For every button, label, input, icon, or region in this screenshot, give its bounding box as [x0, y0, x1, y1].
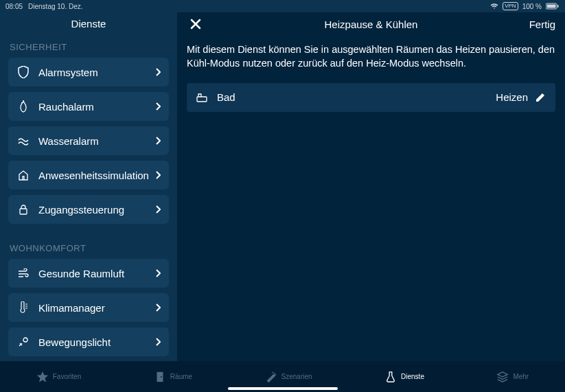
tab-szenarien[interactable]: Szenarien	[265, 371, 312, 383]
sidebar-item-label: Gesunde Raumluft	[38, 268, 155, 279]
sidebar-item-alarmsystem[interactable]: Alarmsystem	[8, 58, 169, 87]
sidebar-item-label: Bewegungslicht	[38, 336, 155, 348]
done-button[interactable]: Fertig	[529, 19, 555, 30]
svg-rect-5	[197, 97, 207, 102]
sidebar-item-bewegung[interactable]: Bewegungslicht	[8, 327, 169, 356]
room-row-bad[interactable]: Bad Heizen	[187, 83, 555, 112]
shield-icon	[16, 66, 30, 78]
wand-icon	[265, 371, 277, 383]
svg-rect-1	[547, 5, 556, 8]
chevron-right-icon	[155, 338, 161, 346]
tab-mehr[interactable]: Mehr	[496, 371, 529, 383]
vpn-badge: VPN	[503, 2, 518, 10]
room-name: Bad	[217, 91, 496, 103]
svg-point-7	[161, 376, 162, 378]
detail-title: Heizpause & Kühlen	[177, 19, 565, 30]
section-title-wohnkomfort: WOHNKOMFORT	[10, 243, 169, 253]
door-icon	[154, 371, 166, 383]
chevron-right-icon	[155, 269, 161, 277]
sidebar-item-anwesenheit[interactable]: Anwesenheitssimulation	[8, 161, 169, 189]
sidebar-item-rauchalarm[interactable]: Rauchalarm	[8, 92, 169, 121]
detail-header: Heizpause & Kühlen Fertig	[177, 12, 565, 36]
tab-label: Mehr	[513, 373, 529, 380]
sidebar-item-raumluft[interactable]: Gesunde Raumluft	[8, 259, 169, 288]
chevron-right-icon	[155, 68, 161, 76]
room-icon	[196, 93, 209, 102]
sidebar-item-klima[interactable]: Klimamanager	[8, 293, 169, 322]
water-icon	[16, 136, 30, 146]
sidebar-item-label: Wasseralarm	[38, 135, 155, 147]
tab-raeume[interactable]: Räume	[154, 371, 192, 383]
thermometer-icon	[16, 301, 30, 314]
sidebar-item-wasseralarm[interactable]: Wasseralarm	[8, 126, 169, 155]
status-date: Dienstag 10. Dez.	[28, 3, 83, 10]
chevron-right-icon	[155, 137, 161, 145]
status-bar: 08:05 Dienstag 10. Dez. VPN 100 %	[0, 0, 565, 12]
sidebar-item-label: Alarmsystem	[38, 67, 155, 78]
tab-label: Räume	[170, 373, 192, 380]
lock-icon	[16, 204, 30, 215]
flask-icon	[384, 371, 397, 383]
tab-dienste[interactable]: Dienste	[384, 371, 424, 383]
room-status: Heizen	[496, 91, 528, 103]
sidebar-item-zugang[interactable]: Zugangssteuerung	[8, 195, 169, 224]
tab-label: Favoriten	[53, 373, 82, 380]
detail-description: Mit diesem Dienst können Sie in ausgewäh…	[187, 43, 555, 71]
layers-icon	[496, 371, 509, 383]
chevron-right-icon	[155, 171, 161, 179]
wifi-icon	[490, 3, 498, 10]
svg-rect-3	[20, 209, 27, 214]
battery-icon	[546, 3, 560, 10]
motion-icon	[16, 336, 30, 347]
sidebar-item-label: Anwesenheitssimulation	[38, 170, 155, 181]
svg-rect-2	[557, 5, 559, 8]
star-icon	[36, 371, 49, 383]
chevron-right-icon	[155, 303, 161, 312]
detail-pane: Heizpause & Kühlen Fertig Mit diesem Die…	[177, 12, 565, 361]
tab-label: Szenarien	[281, 373, 312, 380]
svg-point-4	[23, 338, 27, 342]
tab-bar: Favoriten Räume Szenarien Dienste Mehr	[0, 361, 565, 392]
tab-favoriten[interactable]: Favoriten	[36, 371, 82, 383]
flame-icon	[16, 100, 30, 113]
edit-icon[interactable]	[535, 92, 546, 103]
sidebar-item-label: Rauchalarm	[38, 101, 155, 113]
svg-rect-6	[157, 371, 163, 381]
tab-label: Dienste	[401, 373, 424, 380]
battery-percent: 100 %	[522, 3, 542, 10]
air-icon	[16, 268, 30, 278]
sidebar-title: Dienste	[0, 12, 177, 35]
sidebar-item-label: Klimamanager	[38, 302, 155, 314]
close-button[interactable]	[187, 15, 205, 33]
section-title-sicherheit: SICHERHEIT	[10, 42, 169, 52]
chevron-right-icon	[155, 102, 161, 111]
sidebar: Dienste SICHERHEIT Alarmsystem Rauchalar…	[0, 12, 177, 361]
status-time: 08:05	[5, 3, 23, 10]
house-icon	[16, 170, 30, 181]
chevron-right-icon	[155, 205, 161, 214]
home-indicator	[228, 387, 338, 390]
sidebar-item-label: Zugangssteuerung	[38, 204, 155, 216]
